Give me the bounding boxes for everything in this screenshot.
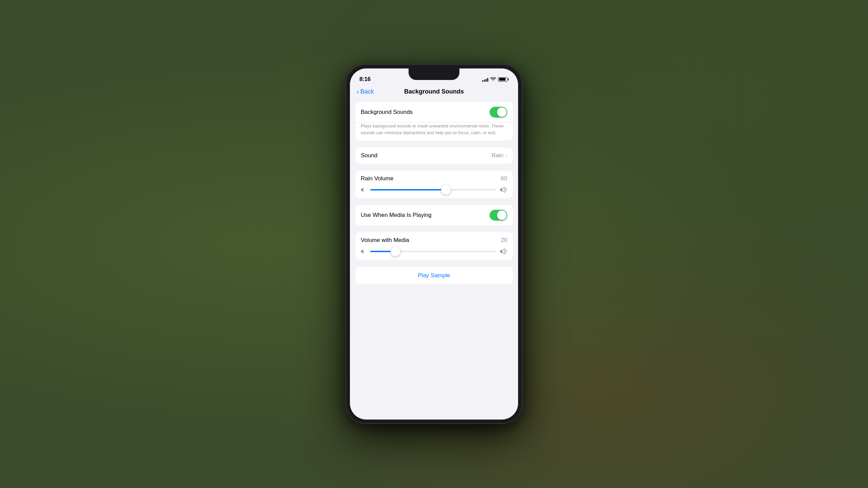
use-when-media-label: Use When Media Is Playing bbox=[361, 212, 432, 219]
volume-media-high-icon bbox=[500, 248, 507, 255]
phone-screen: 8:16 bbox=[350, 68, 518, 420]
background-sounds-description-container: Plays background sounds to mask unwanted… bbox=[355, 123, 513, 141]
notch bbox=[409, 68, 459, 80]
phone-body: 8:16 bbox=[346, 64, 522, 424]
volume-low-icon bbox=[361, 187, 367, 193]
rain-volume-section: Rain Volume 60 bbox=[355, 170, 513, 198]
background-sounds-description: Plays background sounds to mask unwanted… bbox=[361, 123, 504, 135]
volume-media-slider[interactable] bbox=[370, 248, 496, 255]
toggle-thumb bbox=[497, 107, 507, 117]
background-sounds-section: Background Sounds Plays background sound… bbox=[355, 102, 513, 141]
sound-value: Rain bbox=[492, 152, 504, 159]
sound-label: Sound bbox=[361, 152, 377, 159]
back-chevron-icon: ‹ bbox=[357, 88, 359, 96]
rain-volume-thumb[interactable] bbox=[441, 185, 451, 195]
rain-volume-slider-row bbox=[361, 186, 507, 194]
sound-row[interactable]: Sound Rain › bbox=[355, 147, 513, 164]
status-icons bbox=[482, 77, 509, 82]
wifi-icon bbox=[490, 77, 496, 82]
rain-volume-slider[interactable] bbox=[370, 186, 496, 194]
background-sounds-row: Background Sounds bbox=[355, 102, 513, 123]
use-when-media-section: Use When Media Is Playing bbox=[355, 205, 513, 225]
volume-media-low-icon bbox=[361, 248, 367, 255]
use-when-media-toggle-thumb bbox=[497, 210, 507, 220]
rain-volume-value: 60 bbox=[501, 175, 507, 182]
volume-high-icon bbox=[500, 187, 507, 193]
use-when-media-row: Use When Media Is Playing bbox=[355, 205, 513, 225]
status-time: 8:16 bbox=[359, 76, 371, 83]
rain-volume-fill bbox=[370, 189, 446, 190]
phone: 8:16 bbox=[346, 64, 522, 424]
back-label: Back bbox=[360, 88, 374, 95]
play-sample-button[interactable]: Play Sample bbox=[361, 272, 507, 279]
rain-volume-track bbox=[370, 189, 496, 190]
sound-value-container: Rain › bbox=[492, 152, 507, 159]
play-sample-section: Play Sample bbox=[355, 267, 513, 284]
volume-media-slider-row bbox=[361, 248, 507, 255]
sound-section: Sound Rain › bbox=[355, 147, 513, 164]
content: Background Sounds Plays background sound… bbox=[350, 99, 518, 288]
rain-volume-label: Rain Volume bbox=[361, 175, 393, 182]
volume-media-track bbox=[370, 251, 496, 252]
use-when-media-toggle[interactable] bbox=[490, 210, 507, 221]
volume-with-media-section: Volume with Media 20 bbox=[355, 232, 513, 260]
volume-media-label: Volume with Media bbox=[361, 237, 409, 244]
background-sounds-toggle[interactable] bbox=[490, 107, 507, 118]
signal-icon bbox=[482, 77, 488, 82]
background-sounds-label: Background Sounds bbox=[361, 109, 413, 116]
volume-media-header: Volume with Media 20 bbox=[361, 237, 507, 244]
nav-title: Background Sounds bbox=[404, 88, 464, 95]
volume-media-value: 20 bbox=[501, 237, 507, 244]
rain-volume-header: Rain Volume 60 bbox=[361, 175, 507, 182]
battery-icon bbox=[498, 77, 509, 82]
nav-bar: ‹ Back Background Sounds bbox=[350, 85, 518, 99]
back-button[interactable]: ‹ Back bbox=[357, 88, 374, 96]
volume-media-thumb[interactable] bbox=[391, 247, 400, 256]
chevron-right-icon: › bbox=[506, 152, 507, 159]
